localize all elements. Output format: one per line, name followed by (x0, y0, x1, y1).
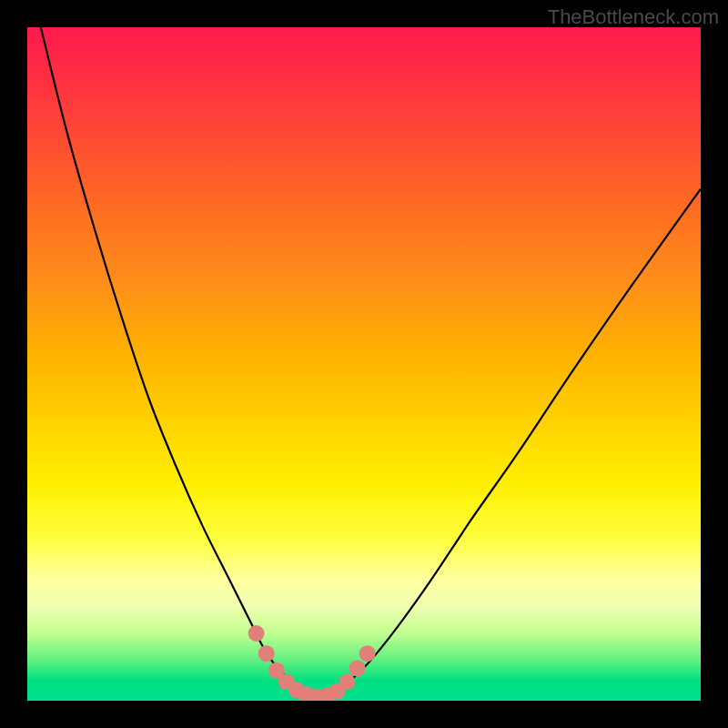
marker-point (349, 660, 366, 676)
marker-point (258, 645, 275, 662)
chart-svg (27, 27, 701, 701)
marker-point (359, 645, 376, 662)
watermark-text: TheBottleneck.com (548, 5, 719, 29)
curve-right-curve (337, 189, 701, 694)
curve-left-curve (41, 27, 304, 694)
marker-point (248, 625, 265, 642)
marker-point (339, 673, 356, 690)
